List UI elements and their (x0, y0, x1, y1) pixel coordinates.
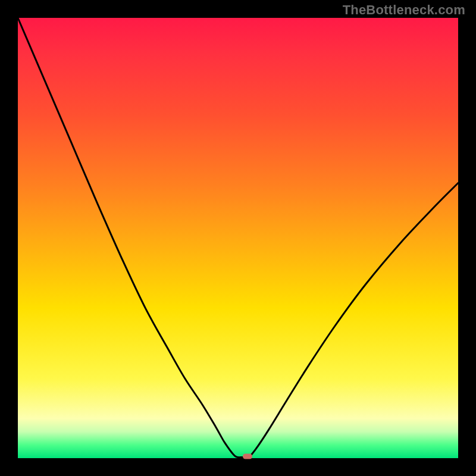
chart-plot-area (18, 18, 458, 458)
current-point-marker (243, 454, 252, 459)
watermark-text: TheBottleneck.com (343, 2, 465, 18)
bottleneck-curve (18, 18, 458, 458)
